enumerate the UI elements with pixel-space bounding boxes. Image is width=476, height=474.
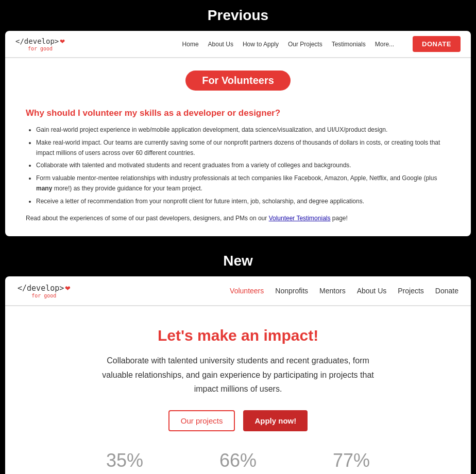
new-nav-projects[interactable]: Projects bbox=[398, 287, 424, 295]
list-item: Collaborate with talented and motivated … bbox=[36, 160, 450, 170]
prev-donate-button[interactable]: DONATE bbox=[413, 36, 461, 52]
volunteer-testimonials-link[interactable]: Volunteer Testimonials bbox=[269, 215, 331, 222]
list-item: Make real-world impact. Our teams are cu… bbox=[36, 137, 450, 159]
prev-nav-home[interactable]: Home bbox=[182, 41, 199, 48]
prev-logo-sub: for good bbox=[15, 46, 65, 52]
previous-section: </develop>❤ for good Home About Us How t… bbox=[5, 31, 471, 236]
prev-nav-more[interactable]: More... bbox=[375, 41, 394, 48]
prev-footer-text: Read about the experiences of some of ou… bbox=[26, 215, 450, 222]
list-item: Form valuable mentor-mentee relationship… bbox=[36, 173, 450, 194]
list-item: Receive a letter of recommendation from … bbox=[36, 196, 450, 206]
new-logo: </develop>❤ for good bbox=[18, 283, 71, 299]
new-logo-sub: for good bbox=[18, 293, 71, 299]
new-nav-mentors[interactable]: Mentors bbox=[319, 287, 346, 295]
prev-nav-testimonials[interactable]: Testimonials bbox=[332, 41, 366, 48]
stat-66: 66% of our volunteers are female bbox=[197, 450, 279, 474]
new-nav-volunteers[interactable]: Volunteers bbox=[230, 287, 264, 295]
prev-nav-projects[interactable]: Our Projects bbox=[288, 41, 322, 48]
new-logo-heart: ❤ bbox=[65, 283, 70, 293]
new-main-heading: Let's make an impact! bbox=[26, 327, 450, 344]
stat-77: 77% of volunteers study computer science… bbox=[310, 450, 393, 474]
new-section: </develop>❤ for good Volunteers Nonprofi… bbox=[5, 276, 471, 474]
stat-number-66: 66% bbox=[197, 450, 279, 471]
prev-navbar: </develop>❤ for good Home About Us How t… bbox=[5, 31, 471, 58]
new-nav-nonprofits[interactable]: Nonprofits bbox=[275, 287, 308, 295]
list-item: Gain real-world project experience in we… bbox=[36, 125, 450, 135]
apply-now-button[interactable]: Apply now! bbox=[243, 410, 308, 431]
stat-number-77: 77% bbox=[310, 450, 393, 471]
new-nav-donate[interactable]: Donate bbox=[435, 287, 458, 295]
new-logo-text: </develop>❤ for good bbox=[18, 283, 71, 299]
new-label: New bbox=[0, 245, 476, 276]
new-navbar: </develop>❤ for good Volunteers Nonprofi… bbox=[5, 276, 471, 306]
prev-logo-text: </develop>❤ for good bbox=[15, 36, 65, 52]
new-sub-text: Collaborate with talented university stu… bbox=[99, 354, 377, 396]
prev-tag-row: For Volunteers bbox=[26, 71, 450, 101]
prev-logo: </develop>❤ for good bbox=[15, 36, 65, 52]
new-buttons: Our projects Apply now! bbox=[26, 410, 450, 431]
new-nav-about[interactable]: About Us bbox=[357, 287, 387, 295]
prev-heading: Why should I volunteer my skills as a de… bbox=[26, 108, 450, 118]
our-projects-button[interactable]: Our projects bbox=[168, 410, 235, 431]
prev-bullet-list: Gain real-world project experience in we… bbox=[26, 125, 450, 206]
stats-row: 35% of volunteers are first-generation o… bbox=[26, 450, 450, 474]
black-gap bbox=[0, 236, 476, 245]
prev-tag: For Volunteers bbox=[185, 71, 291, 91]
prev-content: For Volunteers Why should I volunteer my… bbox=[5, 58, 471, 236]
stat-35: 35% of volunteers are first-generation o… bbox=[83, 450, 166, 474]
prev-nav-how[interactable]: How to Apply bbox=[243, 41, 279, 48]
prev-logo-heart: ❤ bbox=[60, 36, 65, 46]
stat-number-35: 35% bbox=[83, 450, 166, 471]
new-content: Let's make an impact! Collaborate with t… bbox=[5, 306, 471, 474]
prev-nav-links: Home About Us How to Apply Our Projects … bbox=[182, 36, 461, 52]
previous-label: Previous bbox=[0, 0, 476, 31]
new-nav-links: Volunteers Nonprofits Mentors About Us P… bbox=[230, 287, 458, 295]
prev-nav-about[interactable]: About Us bbox=[208, 41, 233, 48]
